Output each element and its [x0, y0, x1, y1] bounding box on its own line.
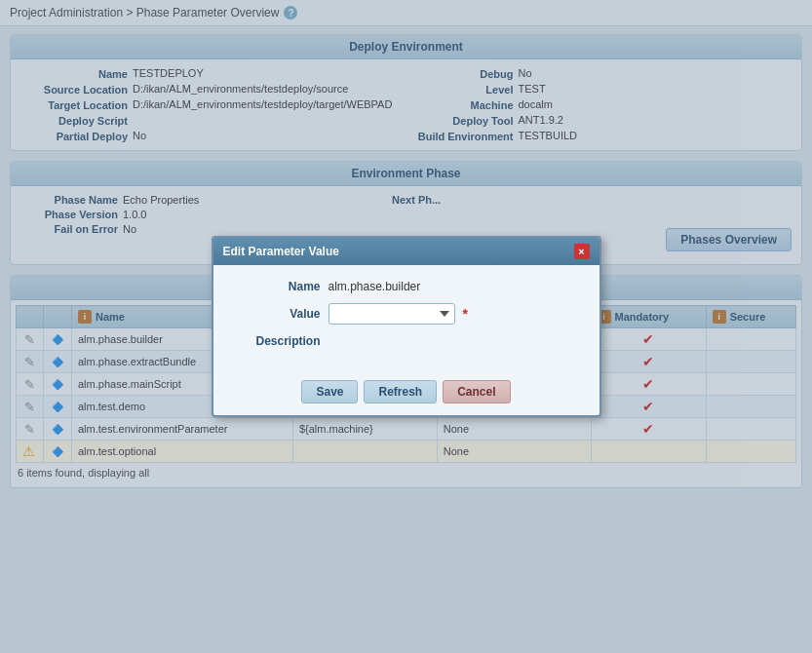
modal-title: Edit Parameter Value	[223, 245, 339, 258]
modal-description-field: Description	[233, 334, 580, 348]
modal-name-label: Name	[233, 280, 321, 293]
cancel-button[interactable]: Cancel	[443, 380, 510, 403]
modal-overlay: Edit Parameter Value × Name alm.phase.bu…	[0, 0, 812, 653]
modal-close-button[interactable]: ×	[574, 244, 590, 259]
modal-header: Edit Parameter Value ×	[213, 238, 599, 265]
refresh-button[interactable]: Refresh	[364, 380, 437, 403]
modal-body: Name alm.phase.builder Value ANT MAVEN *…	[213, 265, 599, 372]
modal-description-label: Description	[233, 334, 321, 348]
save-button[interactable]: Save	[301, 380, 358, 403]
required-indicator: *	[463, 306, 468, 322]
modal-value-select[interactable]: ANT MAVEN	[329, 303, 455, 325]
modal-name-field: Name alm.phase.builder	[233, 280, 580, 293]
modal-value-field: Value ANT MAVEN *	[233, 303, 580, 325]
modal-value-label: Value	[233, 307, 321, 321]
modal-footer: Save Refresh Cancel	[213, 372, 599, 415]
modal-name-value: alm.phase.builder	[329, 280, 421, 293]
edit-parameter-modal: Edit Parameter Value × Name alm.phase.bu…	[212, 236, 601, 417]
